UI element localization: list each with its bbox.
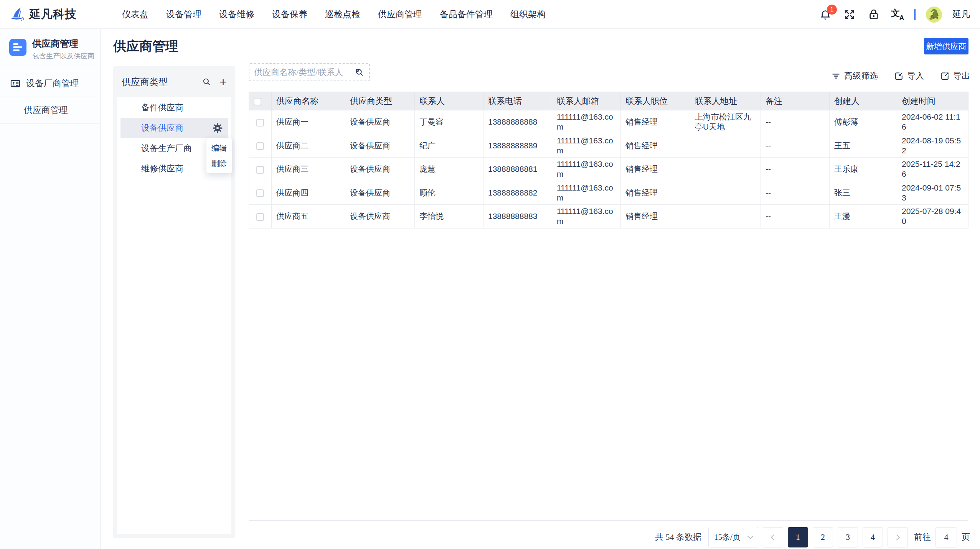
table-cell: 傅彭薄 [830, 110, 897, 134]
table-cell: 李怡悦 [415, 205, 483, 228]
page-button[interactable]: 3 [838, 527, 858, 547]
table-cell: 设备供应商 [345, 110, 415, 134]
column-header: 供应商名称 [272, 92, 345, 110]
table-cell: 销售经理 [621, 110, 690, 134]
translate-icon[interactable]: 文 A [891, 8, 904, 21]
row-checkbox[interactable] [256, 142, 264, 150]
table-cell: 2024-09-01 07:53 [897, 181, 968, 205]
search-icon[interactable] [202, 77, 212, 87]
context-menu: 编辑删除 [206, 138, 232, 173]
chevron-down-icon [747, 533, 754, 539]
table-cell [690, 134, 761, 158]
supplier-table: 供应商名称供应商类型联系人联系电话联系人邮箱联系人职位联系人地址备注创建人创建时… [249, 92, 968, 228]
topbar-right: 1 文 A 🐊 延凡 [818, 0, 970, 29]
sidebar-item-supplier-management[interactable]: 供应商管理 [0, 97, 100, 124]
sidebar-item-device-vendor[interactable]: 设备厂商管理 [0, 70, 100, 97]
goto-page-input[interactable]: 4 [935, 527, 957, 547]
page-size-select[interactable]: 15条/页 [708, 527, 758, 547]
add-supplier-button[interactable]: 新增供应商 [924, 38, 968, 54]
sailboat-logo-icon [9, 6, 25, 22]
column-header: 创建时间 [897, 92, 968, 110]
row-checkbox[interactable] [256, 213, 264, 221]
table-cell: 2024-08-19 05:52 [897, 134, 968, 158]
type-panel-title: 供应商类型 [122, 76, 202, 88]
table-row: 供应商一设备供应商丁曼容13888888888111111@163.com销售经… [249, 110, 968, 134]
supplier-type-label: 备件供应商 [141, 103, 183, 112]
chevron-right-icon [894, 534, 900, 540]
supplier-type-label: 维修供应商 [141, 164, 183, 173]
row-checkbox[interactable] [256, 119, 264, 127]
table-cell: 顾伦 [415, 181, 483, 205]
sidebar: 供应商管理 包含生产以及供应商 设备厂商管理 供应商管理 [0, 29, 101, 549]
table-cell: 111111@163.com [552, 134, 621, 158]
row-checkbox[interactable] [256, 189, 264, 197]
gear-icon[interactable] [213, 123, 223, 133]
context-menu-item[interactable]: 删除 [206, 156, 232, 171]
table-cell: 111111@163.com [552, 110, 621, 134]
table-row: 供应商三设备供应商庞慧13888888881111111@163.com销售经理… [249, 158, 968, 181]
nav-item[interactable]: 设备保养 [272, 8, 307, 20]
advanced-filter-button[interactable]: 高级筛选 [831, 70, 878, 82]
table-cell: 2024-06-02 11:16 [897, 110, 968, 134]
page-title: 供应商管理 [113, 38, 178, 55]
table-cell: 庞慧 [415, 158, 483, 181]
fullscreen-icon[interactable] [843, 8, 856, 21]
next-page-button[interactable] [888, 527, 908, 547]
table-cell: 供应商四 [272, 181, 345, 205]
prev-page-button[interactable] [763, 527, 783, 547]
sidebar-item-label: 设备厂商管理 [26, 77, 79, 89]
search-input[interactable] [254, 67, 354, 77]
page-button[interactable]: 4 [863, 527, 883, 547]
table-cell: 13888888881 [483, 158, 552, 181]
table-cell: 13888888882 [483, 181, 552, 205]
total-count: 共 54 条数据 [655, 531, 701, 543]
page-button[interactable]: 2 [813, 527, 833, 547]
page-button[interactable]: 1 [788, 527, 808, 547]
type-panel-header: 供应商类型 + [113, 66, 235, 97]
nav-item[interactable]: 设备管理 [166, 8, 201, 20]
nav-item[interactable]: 设备维修 [219, 8, 254, 20]
supplier-type-item[interactable]: 设备供应商 [120, 118, 228, 138]
select-all-checkbox[interactable] [254, 98, 261, 105]
table-cell [690, 205, 761, 228]
table-cell: 供应商一 [272, 110, 345, 134]
table-cell: 13888888883 [483, 205, 552, 228]
nav-item[interactable]: 组织架构 [510, 8, 546, 20]
table-cell: 设备供应商 [345, 181, 415, 205]
nav-item[interactable]: 供应商管理 [378, 8, 422, 20]
avatar[interactable]: 🐊 [926, 7, 942, 23]
export-button[interactable]: 导出 [940, 70, 970, 82]
bell-icon[interactable]: 1 [818, 8, 832, 21]
import-button[interactable]: 导入 [894, 70, 924, 82]
table-cell: 2025-07-28 09:40 [897, 205, 968, 228]
table-cell: 供应商三 [272, 158, 345, 181]
sidebar-module-title: 供应商管理 [32, 39, 94, 49]
pagination: 共 54 条数据 15条/页 1234 前往 4 页 [655, 527, 970, 547]
search-icon[interactable] [354, 67, 365, 77]
table-cell: -- [761, 110, 830, 134]
supplier-type-item[interactable]: 备件供应商 [120, 97, 228, 118]
table-cell: 销售经理 [621, 205, 690, 228]
nav-item[interactable]: 备品备件管理 [440, 8, 493, 20]
table-cell: 111111@163.com [552, 158, 621, 181]
table-cell: 销售经理 [621, 181, 690, 205]
table-cell: 111111@163.com [552, 205, 621, 228]
table-cell: -- [761, 158, 830, 181]
row-checkbox[interactable] [256, 166, 264, 174]
table-cell: 供应商二 [272, 134, 345, 158]
table-cell: 设备供应商 [345, 205, 415, 228]
lock-icon[interactable] [867, 8, 881, 21]
table-cell: 设备供应商 [345, 158, 415, 181]
id-card-icon [10, 78, 21, 89]
nav-item[interactable]: 仪表盘 [122, 8, 148, 20]
table-cell: 13888888889 [483, 134, 552, 158]
list-icon [9, 39, 26, 56]
nav-item[interactable]: 巡检点检 [325, 8, 360, 20]
filter-icon [831, 71, 841, 81]
table-cell: 王漫 [830, 205, 897, 228]
table-cell: 张三 [830, 181, 897, 205]
context-menu-item[interactable]: 编辑 [206, 140, 232, 156]
column-header: 联系人邮箱 [552, 92, 621, 110]
username[interactable]: 延凡 [952, 8, 970, 20]
plus-icon[interactable]: + [219, 76, 227, 88]
